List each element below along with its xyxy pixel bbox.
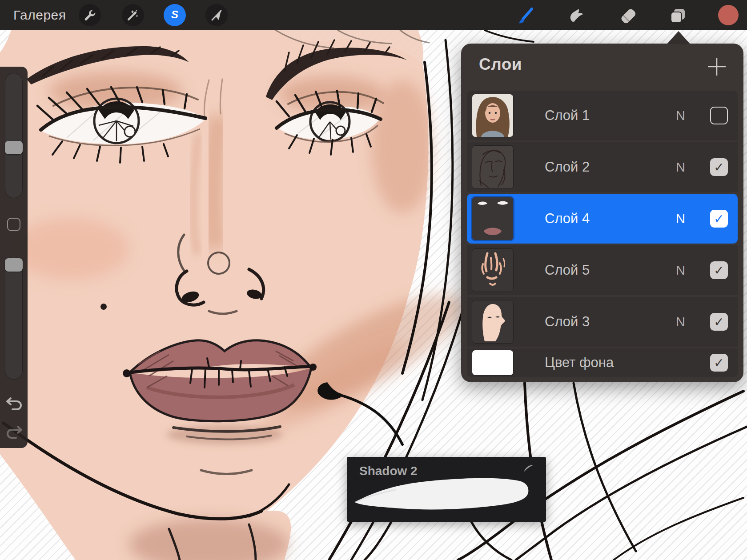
layer-name: Слой 3: [545, 297, 590, 347]
blend-mode-badge[interactable]: N: [676, 245, 685, 295]
layer-thumbnail-background-color: [472, 350, 513, 375]
add-layer-button[interactable]: [706, 56, 727, 77]
layer-name: Слой 4: [545, 194, 590, 244]
undo-icon: [5, 395, 23, 412]
layers-panel: Слои Слой 1 N: [461, 44, 743, 382]
layers-panel-caret: [667, 31, 691, 44]
visibility-checkbox[interactable]: [710, 107, 728, 124]
color-swatch[interactable]: [718, 5, 739, 25]
opacity-slider[interactable]: [5, 257, 23, 380]
adjustments-button[interactable]: [122, 4, 144, 26]
layer-name: Цвет фона: [545, 348, 614, 377]
layers-panel-title: Слои: [479, 55, 522, 74]
magic-wand-icon: [126, 8, 140, 22]
layer-name: Слой 2: [545, 142, 590, 192]
layer-row[interactable]: Слой 3 N ✓: [467, 297, 738, 347]
sidebar-controls: [0, 67, 28, 448]
layer-thumbnail-photo: [472, 94, 513, 137]
visibility-checkbox[interactable]: ✓: [710, 313, 728, 331]
top-toolbar: Галерея S: [0, 0, 747, 30]
svg-text:S: S: [171, 8, 178, 20]
layers-button[interactable]: [668, 6, 688, 26]
opacity-handle[interactable]: [5, 258, 23, 272]
layer-thumbnail-shading: [472, 249, 513, 292]
layer-row[interactable]: Слой 2 N ✓: [467, 142, 738, 192]
blend-mode-badge[interactable]: N: [676, 297, 685, 347]
blend-mode-badge[interactable]: N: [676, 91, 685, 140]
layer-row[interactable]: Слой 5 N ✓: [467, 245, 738, 295]
brush-stroke-preview: [347, 457, 546, 522]
blend-mode-badge[interactable]: N: [676, 194, 685, 244]
layer-row[interactable]: Слой 1 N: [467, 91, 738, 140]
layer-name: Слой 1: [545, 91, 590, 140]
paint-button[interactable]: [515, 6, 535, 26]
background-color-row[interactable]: Цвет фона ✓: [467, 348, 738, 377]
layer-row-selected[interactable]: Слой 4 N ✓: [467, 194, 738, 244]
undo-button[interactable]: [5, 395, 23, 412]
brush-size-handle[interactable]: [5, 141, 23, 154]
transform-arrow-icon: [210, 8, 223, 22]
modify-button[interactable]: [7, 218, 20, 231]
visibility-checkbox[interactable]: ✓: [710, 354, 728, 372]
redo-icon: [5, 423, 23, 440]
erase-button[interactable]: [618, 6, 638, 26]
visibility-checkbox[interactable]: ✓: [710, 210, 728, 228]
blend-mode-badge[interactable]: N: [676, 142, 685, 192]
visibility-checkbox[interactable]: ✓: [710, 261, 728, 279]
brush-icon: [516, 7, 534, 25]
layers-icon: [669, 7, 687, 25]
transform-button[interactable]: [205, 4, 228, 26]
eraser-icon: [619, 7, 638, 25]
actions-button[interactable]: [79, 4, 101, 26]
smudge-icon: [566, 7, 585, 25]
plus-icon: [707, 56, 727, 77]
procreate-window: Галерея S: [0, 0, 747, 560]
gallery-button[interactable]: Галерея: [13, 0, 66, 30]
brush-size-slider[interactable]: [5, 73, 23, 198]
redo-button[interactable]: [5, 423, 23, 440]
layer-thumbnail-skin-base: [472, 300, 513, 343]
selection-button[interactable]: S: [164, 4, 186, 26]
layer-name: Слой 5: [545, 245, 590, 295]
selection-s-icon: S: [168, 8, 182, 22]
brush-preview-popup[interactable]: Shadow 2: [347, 457, 546, 522]
layer-thumbnail-sketch: [472, 146, 513, 188]
layer-thumbnail-makeup: [472, 197, 513, 240]
wrench-icon: [83, 8, 96, 22]
smudge-button[interactable]: [566, 6, 586, 26]
visibility-checkbox[interactable]: ✓: [710, 158, 728, 176]
